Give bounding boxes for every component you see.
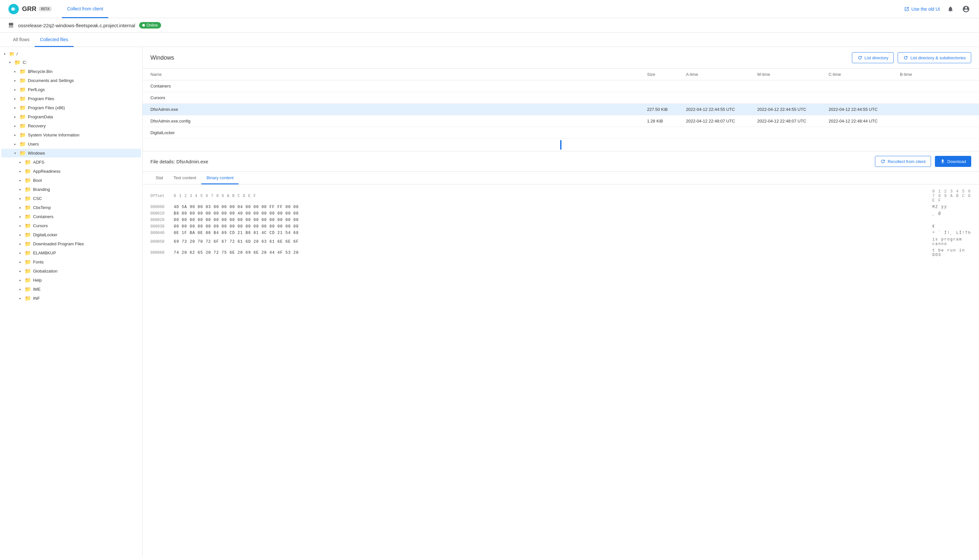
tree-label: ProgramData	[28, 114, 53, 119]
table-row[interactable]: Containers	[143, 80, 979, 92]
tab-collected-files[interactable]: Collected files	[35, 33, 73, 47]
tab-all-flows[interactable]: All flows	[8, 33, 35, 47]
list-subdirectories-btn[interactable]: List directory & subdirectories	[897, 52, 971, 63]
scroll-indicator	[560, 140, 562, 150]
col-name: Name	[150, 72, 647, 77]
tree-item[interactable]: ▸📁ProgramData	[1, 112, 141, 121]
table-row[interactable]: DfsrAdmin.exe.config 1.28 KiB 2022-04-12…	[143, 115, 979, 127]
tree-item[interactable]: ▸📁System Volume Information	[1, 131, 141, 139]
tree-item[interactable]: ▸📁Help	[1, 276, 141, 285]
hex-bytes: 69 73 20 70 72 6F 67 72 61 6D 20 63 61 6…	[174, 240, 929, 244]
folder-icon: 📁	[20, 141, 26, 147]
account-btn[interactable]	[961, 4, 971, 14]
tree-item[interactable]: ▸📁IME	[1, 285, 141, 293]
tree-item[interactable]: ▾📁/	[1, 50, 141, 58]
file-ctime: 2022-04-12 22:48:44 UTC	[829, 118, 900, 123]
recollect-btn[interactable]: Recollect from client	[875, 156, 931, 167]
file-name: DfsrAdmin.exe	[150, 107, 647, 112]
folder-icon: 📁	[25, 241, 31, 247]
hex-bytes: B8 00 00 00 00 00 00 00 40 00 00 00 00 0…	[174, 211, 929, 216]
tree-item[interactable]: ▸📁CSC	[1, 194, 141, 203]
binary-content[interactable]: Offset 0 1 2 3 4 5 6 7 8 9 A B C D E F 0…	[143, 184, 979, 556]
file-list[interactable]: Containers Cursors DfsrAdmin.exe 227.50 …	[143, 80, 979, 139]
scroll-area	[143, 139, 979, 151]
tab-text-content[interactable]: Text content	[168, 172, 201, 184]
hex-offset: 000000	[150, 205, 170, 209]
tree-label: Branding	[33, 187, 50, 192]
tree-item[interactable]: ▸📁Fonts	[1, 258, 141, 267]
file-name: DigitalLocker	[150, 130, 647, 135]
tree-arrow: ▸	[14, 70, 20, 73]
tree-arrow: ▸	[14, 79, 20, 82]
download-btn[interactable]: Download	[935, 156, 971, 167]
tree-label: ADFS	[33, 160, 44, 165]
notification-btn[interactable]	[945, 4, 956, 14]
folder-icon: 📁	[20, 105, 26, 111]
table-row[interactable]: DigitalLocker	[143, 127, 979, 139]
beta-badge: BETA	[39, 7, 51, 11]
tree-label: Program Files	[28, 96, 54, 101]
tree-item[interactable]: ▸📁ELAMBKUP	[1, 248, 141, 257]
folder-icon: 📁	[25, 213, 31, 220]
folder-icon: 📁	[9, 51, 15, 57]
dir-title: Windows	[150, 55, 174, 61]
refresh-icon-list	[857, 55, 862, 60]
tree-item[interactable]: ▾📁Windows	[1, 149, 141, 158]
tree-item[interactable]: ▸📁INF	[1, 294, 141, 303]
tree-item[interactable]: ▸📁Boot	[1, 176, 141, 185]
old-ui-label: Use the old UI	[911, 7, 940, 12]
folder-icon: 📁	[20, 132, 26, 138]
tree-arrow: ▸	[20, 242, 25, 246]
tree-label: CSC	[33, 196, 42, 201]
folder-icon: 📁	[20, 114, 26, 120]
tree-item[interactable]: ▸📁Recovery	[1, 122, 141, 130]
tree-item[interactable]: ▸📁Users	[1, 140, 141, 148]
external-link-icon	[904, 7, 909, 12]
tree-item[interactable]: ▸📁Branding	[1, 185, 141, 194]
hex-bytes: 0E 1F BA 0E 00 B4 09 CD 21 B8 01 4C CD 2…	[174, 231, 929, 235]
tree-item[interactable]: ▸📁Program Files (x86)	[1, 103, 141, 112]
list-item: 000020 00 00 00 00 00 00 00 00 00 00 00 …	[150, 217, 971, 223]
tab-stat[interactable]: Stat	[150, 172, 168, 184]
tree-item[interactable]: ▸📁Containers	[1, 212, 141, 221]
tree-item[interactable]: ▸📁PerfLogs	[1, 85, 141, 94]
tree-item[interactable]: ▸📁Downloaded Program Files	[1, 240, 141, 248]
col-btime: B-time	[900, 72, 971, 77]
folder-icon: 📁	[20, 96, 26, 102]
tree-item[interactable]: ▸📁DigitalLocker	[1, 230, 141, 239]
old-ui-link[interactable]: Use the old UI	[904, 7, 940, 12]
table-row[interactable]: DfsrAdmin.exe 227.50 KiB 2022-04-12 22:4…	[143, 104, 979, 115]
list-item: 000000 4D 5A 90 00 03 00 00 00 04 00 00 …	[150, 204, 971, 210]
tree-arrow: ▸	[20, 297, 25, 300]
tree-arrow: ▸	[14, 124, 20, 128]
tree-arrow: ▸	[20, 233, 25, 237]
table-row[interactable]: Cursors	[143, 92, 979, 104]
tree-item[interactable]: ▸📁Globalization	[1, 267, 141, 275]
file-details: File details: DfsrAdmin.exe Recollect fr…	[143, 151, 979, 556]
tree-item[interactable]: ▸📁ADFS	[1, 158, 141, 167]
nav-tab-collect[interactable]: Collect from client	[62, 0, 108, 18]
tree-arrow: ▾	[4, 52, 9, 56]
tree-arrow: ▸	[20, 269, 25, 273]
tree-item[interactable]: ▾📁C:	[1, 58, 141, 67]
tab-binary-content[interactable]: Binary content	[201, 172, 238, 184]
file-tree[interactable]: ▾📁/▾📁C:▸📁$Recycle.Bin▸📁Documents and Set…	[0, 47, 143, 556]
tree-arrow: ▸	[20, 251, 25, 255]
hex-offset: 000040	[150, 231, 170, 235]
list-directory-btn[interactable]: List directory	[852, 52, 894, 63]
list-subdirectories-label: List directory & subdirectories	[910, 55, 966, 60]
col-size: Size	[647, 72, 686, 77]
monitor-icon	[8, 22, 14, 28]
tree-item[interactable]: ▸📁AppReadiness	[1, 167, 141, 176]
recollect-icon	[881, 159, 886, 164]
folder-icon: 📁	[25, 277, 31, 283]
file-atime: 2022-04-12 22:48:07 UTC	[686, 118, 757, 123]
tree-item[interactable]: ▸📁Program Files	[1, 94, 141, 103]
tree-item[interactable]: ▸📁$Recycle.Bin	[1, 67, 141, 76]
hex-ascii: ¸ @	[932, 211, 971, 216]
tree-item[interactable]: ▸📁Documents and Settings	[1, 76, 141, 85]
file-name: DfsrAdmin.exe.config	[150, 118, 647, 123]
nav-tabs: Collect from client	[62, 0, 108, 18]
tree-item[interactable]: ▸📁Cursors	[1, 221, 141, 230]
tree-item[interactable]: ▸📁CbsTemp	[1, 203, 141, 212]
